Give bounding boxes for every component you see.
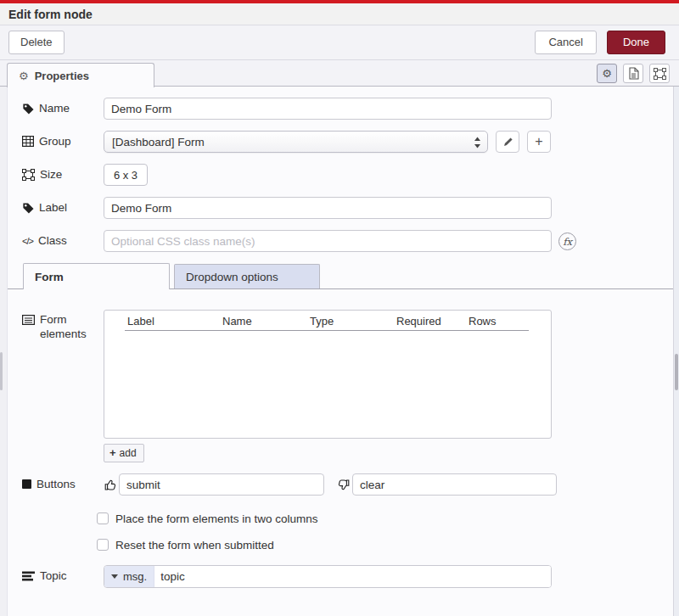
document-icon xyxy=(628,67,639,80)
two-columns-checkbox[interactable] xyxy=(97,512,109,524)
typed-input-type-button[interactable]: msg. xyxy=(104,566,154,587)
delete-button[interactable]: Delete xyxy=(8,31,65,54)
column-header-label: Label xyxy=(127,315,154,328)
edit-form-content: Name Group [Dashboard] Form + xyxy=(7,87,673,616)
buttons-controls xyxy=(104,473,557,496)
right-scrollbar-thumb[interactable] xyxy=(675,354,678,390)
form-subtab-bar: Form Dropdown options xyxy=(8,264,673,289)
class-input[interactable] xyxy=(104,230,552,252)
fx-icon: fx xyxy=(563,236,572,248)
subtab-dropdown-label: Dropdown options xyxy=(186,271,278,283)
edit-group-button[interactable] xyxy=(496,131,519,153)
square-icon xyxy=(22,479,31,489)
two-columns-label: Place the form elements in two columns xyxy=(115,512,318,525)
form-elements-table: Label Name Type Required Rows xyxy=(104,310,552,439)
topic-label: Topic xyxy=(22,565,104,582)
size-button[interactable]: 6 x 3 xyxy=(104,164,148,186)
add-element-label: add xyxy=(120,447,137,459)
description-button[interactable] xyxy=(623,64,643,83)
dialog-toolbar: Delete Cancel Done xyxy=(0,25,679,60)
table-header-divider xyxy=(125,330,529,331)
plus-icon: + xyxy=(535,134,542,149)
reset-form-option: Reset the form when submitted xyxy=(97,538,673,552)
appearance-button[interactable] xyxy=(649,64,670,83)
group-label-text: Group xyxy=(39,135,71,148)
buttons-row: Buttons xyxy=(8,473,673,496)
group-label: Group xyxy=(22,131,104,148)
group-select-value: [Dashboard] Form xyxy=(112,136,205,148)
object-group-icon xyxy=(22,169,35,181)
form-elements-label-text: Form elements xyxy=(40,312,93,341)
dialog-header: Edit form node xyxy=(0,3,679,25)
typed-input-prefix: msg. xyxy=(123,570,147,583)
name-row: Name xyxy=(8,98,673,120)
topic-row: Topic msg. xyxy=(8,565,673,588)
tag-icon xyxy=(22,202,34,214)
cancel-button[interactable]: Cancel xyxy=(535,31,596,54)
list-alt-icon xyxy=(22,315,35,325)
class-label: </> Class xyxy=(22,230,104,247)
name-input[interactable] xyxy=(104,98,552,120)
buttons-label: Buttons xyxy=(22,473,104,490)
size-label-text: Size xyxy=(40,168,62,181)
group-row: Group [Dashboard] Form + xyxy=(8,131,673,153)
add-group-button[interactable]: + xyxy=(527,131,551,153)
pencil-icon xyxy=(502,137,513,148)
add-element-button[interactable]: + add xyxy=(104,444,144,462)
tasks-icon xyxy=(22,571,35,581)
thumbs-up-icon xyxy=(104,478,117,492)
name-label: Name xyxy=(22,98,104,115)
column-header-rows: Rows xyxy=(469,315,497,328)
topic-typed-input: msg. xyxy=(104,565,552,588)
form-elements-label: Form elements xyxy=(22,310,104,341)
fx-expression-button[interactable]: fx xyxy=(558,232,576,250)
subtab-dropdown-options[interactable]: Dropdown options xyxy=(174,264,320,288)
buttons-label-text: Buttons xyxy=(36,478,76,490)
right-scrollbar-track[interactable] xyxy=(673,87,679,616)
column-header-required: Required xyxy=(396,315,441,328)
column-header-type: Type xyxy=(310,315,334,328)
reset-form-checkbox[interactable] xyxy=(97,539,109,551)
subtab-form[interactable]: Form xyxy=(23,263,170,289)
size-label: Size xyxy=(22,164,104,181)
name-label-text: Name xyxy=(39,102,70,115)
submit-button-input[interactable] xyxy=(119,473,324,496)
two-columns-option: Place the form elements in two columns xyxy=(97,512,673,525)
object-frame-icon xyxy=(654,68,666,80)
class-label-text: Class xyxy=(38,234,67,247)
select-arrows-icon xyxy=(474,137,481,148)
dialog-title: Edit form node xyxy=(8,8,93,21)
properties-gear-button[interactable]: ⚙ xyxy=(597,64,617,83)
plus-icon: + xyxy=(109,446,116,459)
label-row: Label xyxy=(8,197,673,219)
label-label: Label xyxy=(22,197,104,214)
table-icon xyxy=(22,136,34,147)
group-select[interactable]: [Dashboard] Form xyxy=(104,131,488,153)
size-value: 6 x 3 xyxy=(114,169,137,182)
topic-label-text: Topic xyxy=(40,569,67,582)
done-button[interactable]: Done xyxy=(607,31,665,54)
class-row: </> Class fx xyxy=(8,230,673,252)
tray-icon-buttons: ⚙ xyxy=(597,64,670,83)
gear-icon: ⚙ xyxy=(19,70,29,82)
editor-tabbar: ⚙ Properties ⚙ xyxy=(0,60,679,87)
reset-form-label: Reset the form when submitted xyxy=(115,539,274,552)
size-row: Size 6 x 3 xyxy=(8,164,673,186)
tab-properties[interactable]: ⚙ Properties xyxy=(7,63,154,87)
label-input[interactable] xyxy=(104,197,552,219)
form-elements-row: Form elements Label Name Type Required R… xyxy=(8,310,673,462)
topic-input[interactable] xyxy=(154,566,551,587)
gear-icon: ⚙ xyxy=(602,67,612,80)
tag-icon xyxy=(22,103,34,115)
thumbs-down-icon xyxy=(337,478,351,492)
clear-button-input[interactable] xyxy=(352,473,557,496)
code-icon: </> xyxy=(22,236,33,246)
left-scrollbar-thumb[interactable] xyxy=(0,352,3,390)
label-label-text: Label xyxy=(39,201,67,214)
caret-down-icon xyxy=(111,574,118,579)
subtab-form-label: Form xyxy=(35,271,64,283)
column-header-name: Name xyxy=(222,315,252,328)
tab-properties-label: Properties xyxy=(35,70,89,82)
